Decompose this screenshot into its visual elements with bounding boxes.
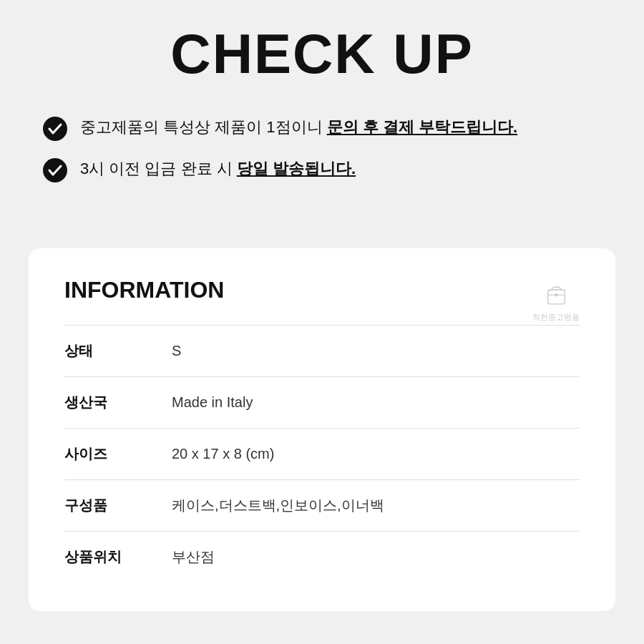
label-location: 상품위치 bbox=[64, 532, 157, 583]
table-row: 상품위치 부산점 bbox=[64, 532, 580, 583]
value-size: 20 x 17 x 8 (cm) bbox=[157, 429, 580, 480]
info-section: INFORMATION 착한중고명품 상태 S 생산국 Made in Ital… bbox=[0, 234, 644, 640]
info-table: 상태 S 생산국 Made in Italy 사이즈 20 x 17 x 8 (… bbox=[64, 325, 580, 582]
table-row: 구성품 케이스,더스트백,인보이스,이너백 bbox=[64, 480, 580, 532]
check-text-2: 3시 이전 입금 완료 시 당일 발송됩니다. bbox=[80, 157, 356, 180]
info-title: INFORMATION bbox=[64, 277, 580, 303]
table-row: 상태 S bbox=[64, 326, 580, 377]
table-row: 생산국 Made in Italy bbox=[64, 377, 580, 429]
value-contents: 케이스,더스트백,인보이스,이너백 bbox=[157, 480, 580, 532]
checkmark-icon-2 bbox=[43, 158, 67, 182]
label-origin: 생산국 bbox=[64, 377, 157, 429]
value-status: S bbox=[157, 326, 580, 377]
table-row: 사이즈 20 x 17 x 8 (cm) bbox=[64, 429, 580, 480]
svg-point-1 bbox=[43, 158, 67, 182]
check-highlight-1: 문의 후 결제 부탁드립니다. bbox=[327, 118, 517, 136]
checkmark-icon-1 bbox=[43, 117, 67, 141]
label-status: 상태 bbox=[64, 326, 157, 377]
brand-logo: 착한중고명품 bbox=[532, 277, 580, 322]
value-location: 부산점 bbox=[157, 532, 580, 583]
page-title: CHECK UP bbox=[43, 21, 601, 87]
top-section: CHECK UP 중고제품의 특성상 제품이 1점이니 문의 후 결제 부탁드립… bbox=[0, 0, 644, 234]
check-text-1: 중고제품의 특성상 제품이 1점이니 문의 후 결제 부탁드립니다. bbox=[80, 115, 517, 139]
info-card: INFORMATION 착한중고명품 상태 S 생산국 Made in Ital… bbox=[29, 248, 615, 611]
svg-rect-2 bbox=[547, 290, 564, 304]
check-item-1: 중고제품의 특성상 제품이 1점이니 문의 후 결제 부탁드립니다. bbox=[43, 115, 601, 141]
label-size: 사이즈 bbox=[64, 429, 157, 480]
value-origin: Made in Italy bbox=[157, 377, 580, 429]
check-highlight-2: 당일 발송됩니다. bbox=[237, 160, 356, 177]
brand-name-label: 착한중고명품 bbox=[532, 313, 580, 321]
check-item-2: 3시 이전 입금 완료 시 당일 발송됩니다. bbox=[43, 157, 601, 182]
brand-logo-icon bbox=[540, 277, 572, 309]
svg-point-4 bbox=[555, 293, 558, 297]
svg-point-0 bbox=[43, 117, 67, 141]
label-contents: 구성품 bbox=[64, 480, 157, 532]
